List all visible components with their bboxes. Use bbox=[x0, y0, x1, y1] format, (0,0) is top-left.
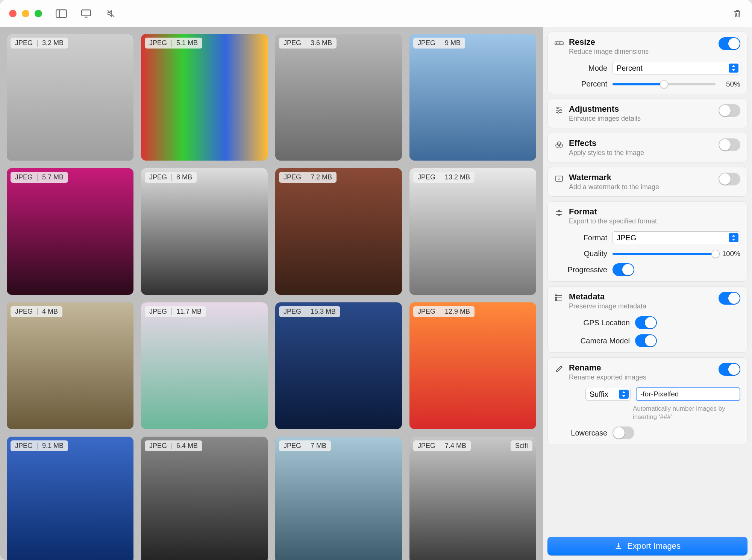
resize-card: Resize Reduce image dimensions Mode Perc… bbox=[547, 32, 747, 94]
rename-text-input[interactable] bbox=[636, 387, 740, 401]
thumbnail[interactable]: JPEG5.1 MB bbox=[141, 34, 268, 161]
lowercase-toggle[interactable] bbox=[613, 426, 634, 439]
thumbnail[interactable]: JPEG9 MB bbox=[409, 34, 536, 161]
thumbnail[interactable]: JPEG13.2 MB bbox=[409, 168, 536, 295]
sidebar-toggle-icon[interactable] bbox=[56, 9, 67, 18]
svg-point-16 bbox=[560, 109, 561, 111]
thumbnail-format: JPEG bbox=[418, 39, 435, 47]
thumbnail-size: 7.4 MB bbox=[445, 442, 466, 450]
svg-rect-0 bbox=[56, 10, 67, 17]
svg-rect-28 bbox=[555, 295, 556, 296]
thumbnail-size: 6.4 MB bbox=[176, 442, 198, 450]
quality-label: Quality bbox=[555, 249, 607, 258]
thumbnail-badge: JPEG12.9 MB bbox=[413, 306, 475, 317]
thumbnail-size: 12.9 MB bbox=[445, 308, 470, 316]
thumbnail-image bbox=[409, 168, 536, 295]
thumbnail-format: JPEG bbox=[418, 308, 435, 316]
camera-label: Camera Model bbox=[555, 337, 630, 345]
thumbnail[interactable]: JPEG5.7 MB bbox=[7, 168, 133, 295]
gps-toggle[interactable] bbox=[635, 316, 657, 329]
thumbnail-badge: JPEG11.7 MB bbox=[145, 306, 206, 317]
adjustments-toggle[interactable] bbox=[719, 104, 740, 117]
rename-toggle[interactable] bbox=[719, 363, 740, 376]
app-window: JPEG3.2 MBJPEG5.1 MBJPEG3.6 MBJPEG9 MBJP… bbox=[0, 0, 752, 560]
thumbnail-image bbox=[409, 34, 536, 161]
thumbnail[interactable]: JPEG4 MB bbox=[7, 302, 133, 429]
progressive-toggle[interactable] bbox=[613, 263, 634, 276]
resize-subtitle: Reduce image dimensions bbox=[569, 48, 713, 56]
thumbnail[interactable]: JPEG7 MB bbox=[275, 437, 402, 560]
thumbnail-size: 3.6 MB bbox=[311, 39, 332, 47]
zoom-window-button[interactable] bbox=[35, 10, 42, 17]
window-controls bbox=[9, 10, 42, 17]
thumbnail[interactable]: JPEG7.4 MBScifi bbox=[409, 437, 536, 560]
mode-select[interactable]: Percent bbox=[613, 62, 740, 74]
thumbnail-badge: JPEG7.4 MB bbox=[413, 440, 471, 451]
rename-icon bbox=[555, 364, 564, 373]
thumbnail-badge: JPEG5.7 MB bbox=[11, 172, 68, 183]
thumbnail-format: JPEG bbox=[418, 442, 435, 450]
thumbnail[interactable]: JPEG3.6 MB bbox=[275, 34, 402, 161]
rename-position-select[interactable]: Suffix bbox=[585, 388, 631, 401]
format-title: Format bbox=[569, 207, 740, 217]
thumbnail-badge: JPEG7 MB bbox=[279, 440, 331, 451]
minimize-window-button[interactable] bbox=[22, 10, 29, 17]
thumbnail-badge: JPEG5.1 MB bbox=[145, 38, 202, 49]
thumbnail-format: JPEG bbox=[418, 173, 435, 181]
thumbnail-size: 4 MB bbox=[42, 308, 58, 316]
adjustments-card: Adjustments Enhance images details bbox=[547, 99, 747, 128]
svg-point-17 bbox=[558, 112, 559, 113]
metadata-icon bbox=[555, 293, 564, 302]
camera-toggle[interactable] bbox=[635, 334, 657, 347]
mode-label: Mode bbox=[555, 64, 607, 73]
thumbnail[interactable]: JPEG9.1 MB bbox=[7, 437, 133, 560]
thumbnail-badge: JPEG4 MB bbox=[11, 306, 62, 317]
metadata-toggle[interactable] bbox=[719, 292, 740, 305]
thumbnail-badge: JPEG7.2 MB bbox=[279, 172, 337, 183]
thumbnail[interactable]: JPEG3.2 MB bbox=[7, 34, 133, 161]
thumbnail-grid-panel: JPEG3.2 MBJPEG5.1 MBJPEG3.6 MBJPEG9 MBJP… bbox=[0, 27, 543, 560]
watermark-toggle[interactable] bbox=[719, 173, 740, 185]
thumbnail[interactable]: JPEG7.2 MB bbox=[275, 168, 402, 295]
thumbnail-image bbox=[141, 34, 268, 161]
rename-hint: Automatically number images by inserting… bbox=[633, 405, 740, 421]
thumbnail-size: 13.2 MB bbox=[445, 173, 470, 181]
thumbnail[interactable]: JPEG11.7 MB bbox=[141, 302, 268, 429]
metadata-subtitle: Preserve image metadata bbox=[569, 302, 713, 310]
thumbnail-format: JPEG bbox=[15, 173, 33, 181]
display-icon[interactable] bbox=[80, 9, 92, 18]
thumbnail[interactable]: JPEG6.4 MB bbox=[141, 437, 268, 560]
percent-value: 50% bbox=[719, 80, 740, 88]
thumbnail-size: 9 MB bbox=[445, 39, 461, 47]
percent-slider[interactable] bbox=[613, 83, 716, 85]
thumbnail-image bbox=[275, 34, 402, 161]
thumbnail-image bbox=[7, 302, 133, 429]
format-select[interactable]: JPEG bbox=[613, 231, 740, 244]
export-bar: Export Images bbox=[543, 532, 752, 560]
rename-subtitle: Rename exported images bbox=[569, 373, 713, 381]
effects-toggle[interactable] bbox=[719, 138, 740, 151]
svg-rect-30 bbox=[555, 299, 556, 300]
titlebar bbox=[0, 0, 752, 27]
thumbnail[interactable]: JPEG15.3 MB bbox=[275, 302, 402, 429]
thumbnail-format: JPEG bbox=[149, 442, 167, 450]
thumbnail[interactable]: JPEG12.9 MB bbox=[409, 302, 536, 429]
thumbnail-format: JPEG bbox=[149, 173, 167, 181]
watermark-card: A Watermark Add a watermark to the image bbox=[547, 167, 747, 197]
quality-slider[interactable] bbox=[613, 253, 716, 255]
thumbnail-image bbox=[141, 302, 268, 429]
thumbnail-badge: JPEG3.2 MB bbox=[11, 38, 68, 49]
thumbnail-format: JPEG bbox=[15, 442, 33, 450]
thumbnail-badge: JPEG9 MB bbox=[413, 38, 465, 49]
close-window-button[interactable] bbox=[9, 10, 17, 17]
trash-icon[interactable] bbox=[732, 9, 743, 18]
export-icon bbox=[614, 542, 623, 550]
thumbnail[interactable]: JPEG8 MB bbox=[141, 168, 268, 295]
export-button[interactable]: Export Images bbox=[547, 537, 747, 555]
effects-icon bbox=[555, 140, 564, 149]
resize-toggle[interactable] bbox=[719, 37, 740, 50]
thumbnail-size: 5.1 MB bbox=[176, 39, 198, 47]
mute-icon[interactable] bbox=[105, 9, 117, 18]
thumbnail-size: 7 MB bbox=[311, 442, 326, 450]
thumbnail-badge: JPEG9.1 MB bbox=[11, 440, 68, 451]
